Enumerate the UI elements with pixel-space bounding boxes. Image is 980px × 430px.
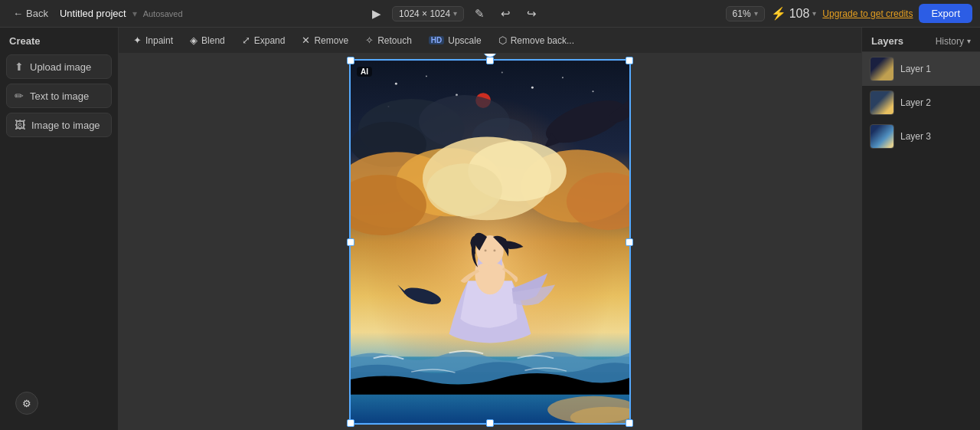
inpaint-button[interactable]: ✦ Inpaint — [126, 32, 180, 48]
svg-point-29 — [485, 249, 487, 251]
credits-counter: ⚡ 108 ▾ — [771, 6, 817, 21]
expand-icon: ⤢ — [242, 34, 250, 46]
layers-header: Layers History ▾ — [862, 28, 980, 52]
svg-point-3 — [426, 75, 427, 77]
text-to-image-label: Text to image — [30, 90, 89, 102]
upscale-label: Upscale — [448, 35, 481, 46]
svg-point-25 — [426, 163, 502, 216]
expand-button[interactable]: ⤢ Expand — [235, 32, 292, 48]
history-dropdown-icon: ▾ — [967, 37, 971, 45]
blend-button[interactable]: ◈ Blend — [183, 32, 232, 48]
remove-button[interactable]: ✕ Remove — [295, 32, 355, 48]
canvas-artwork — [351, 61, 629, 423]
center-area: ✦ Inpaint ◈ Blend ⤢ Expand ✕ Remove ✧ Re… — [119, 28, 861, 430]
retouch-button[interactable]: ✧ Retouch — [358, 32, 419, 48]
dropdown-arrow-icon[interactable]: ▾ — [132, 8, 137, 19]
blend-icon: ◈ — [190, 34, 198, 46]
topbar-right: 61% ▾ ⚡ 108 ▾ Upgrade to get credits Exp… — [726, 4, 972, 23]
redo-button[interactable]: ↪ — [521, 3, 542, 25]
ai-badge: AI — [357, 67, 372, 77]
layer-1-thumbnail — [870, 57, 894, 81]
sidebar-item-image-to-image[interactable]: 🖼 Image to image — [6, 113, 112, 137]
credits-value: 108 — [789, 7, 810, 21]
draw-tool-button[interactable]: ✎ — [469, 3, 490, 25]
dimension-display[interactable]: 1024 × 1024 ▾ — [392, 6, 464, 21]
zoom-dropdown-icon: ▾ — [754, 9, 758, 18]
main-area: Create ⬆ Upload image ✏ Text to image 🖼 … — [0, 28, 980, 430]
svg-point-7 — [562, 77, 564, 78]
sidebar-item-upload-image[interactable]: ⬆ Upload image — [6, 54, 112, 79]
upload-icon: ⬆ — [15, 61, 24, 73]
upload-image-label: Upload image — [30, 61, 91, 73]
svg-point-30 — [493, 249, 495, 251]
canvas-image — [351, 61, 629, 423]
inpaint-icon: ✦ — [133, 34, 142, 46]
expand-label: Expand — [254, 35, 286, 46]
canvas-container[interactable]: AI ↻ — [119, 54, 861, 430]
dimension-value: 1024 × 1024 — [399, 8, 450, 19]
right-sidebar: Layers History ▾ Layer 1 Layer 2 Layer 3 — [861, 28, 980, 430]
history-label: History — [936, 36, 964, 47]
back-label: Back — [26, 8, 48, 19]
layer-item-2[interactable]: Layer 2 — [862, 86, 980, 120]
play-tool-button[interactable]: ▶ — [366, 3, 387, 25]
left-sidebar: Create ⬆ Upload image ✏ Text to image 🖼 … — [0, 28, 119, 430]
canvas-background: AI ↻ — [349, 59, 631, 425]
dimension-dropdown-icon: ▾ — [453, 9, 457, 18]
settings-icon: ⚙ — [22, 398, 31, 409]
back-arrow-icon: ← — [13, 8, 23, 19]
remove-icon: ✕ — [302, 34, 310, 46]
layers-title: Layers — [871, 35, 903, 47]
project-title[interactable]: Untitled project — [60, 8, 126, 19]
remove-background-button[interactable]: ⬡ Remove back... — [492, 32, 581, 48]
topbar-left: ← Back Untitled project ▾ Autosaved — [8, 5, 183, 21]
upgrade-button[interactable]: Upgrade to get credits — [822, 8, 913, 19]
svg-point-5 — [501, 71, 503, 73]
canvas-toolbar: ✦ Inpaint ◈ Blend ⤢ Expand ✕ Remove ✧ Re… — [119, 28, 861, 54]
topbar-center: ▶ 1024 × 1024 ▾ ✎ ↩ ↪ — [189, 3, 720, 25]
image-icon: 🖼 — [15, 119, 25, 131]
remove-bg-icon: ⬡ — [498, 34, 507, 46]
layer-3-thumbnail — [870, 124, 894, 149]
export-button[interactable]: Export — [919, 4, 972, 23]
retouch-icon: ✧ — [365, 34, 374, 46]
inpaint-label: Inpaint — [145, 35, 173, 46]
remove-label: Remove — [314, 35, 348, 46]
settings-button[interactable]: ⚙ — [15, 392, 38, 415]
back-button[interactable]: ← Back — [8, 5, 54, 21]
topbar: ← Back Untitled project ▾ Autosaved ▶ 10… — [0, 0, 980, 28]
autosaved-label: Autosaved — [143, 9, 183, 18]
create-label: Create — [6, 35, 112, 50]
sidebar-item-text-to-image[interactable]: ✏ Text to image — [6, 84, 112, 108]
remove-back-label: Remove back... — [511, 35, 574, 46]
svg-point-6 — [531, 87, 534, 89]
text-icon: ✏ — [15, 90, 24, 102]
undo-button[interactable]: ↩ — [495, 3, 516, 25]
blend-label: Blend — [201, 35, 225, 46]
layer-item-1[interactable]: Layer 1 — [862, 52, 980, 86]
layer-3-name: Layer 3 — [900, 131, 931, 142]
layer-2-thumbnail — [870, 90, 894, 115]
credits-dropdown-icon: ▾ — [812, 9, 816, 18]
zoom-display[interactable]: 61% ▾ — [726, 6, 765, 21]
retouch-label: Retouch — [377, 35, 412, 46]
upscale-button[interactable]: HD Upscale — [422, 33, 488, 48]
lightning-icon: ⚡ — [771, 6, 786, 21]
history-button[interactable]: History ▾ — [936, 36, 971, 47]
zoom-value: 61% — [733, 8, 751, 19]
hd-badge: HD — [429, 36, 444, 44]
layer-2-name: Layer 2 — [900, 97, 931, 108]
image-to-image-label: Image to image — [31, 120, 100, 131]
layer-1-name: Layer 1 — [900, 64, 931, 74]
svg-point-2 — [395, 83, 397, 85]
layer-item-3[interactable]: Layer 3 — [862, 120, 980, 153]
rotate-handle[interactable]: ↻ — [483, 54, 497, 57]
svg-point-8 — [593, 90, 594, 92]
